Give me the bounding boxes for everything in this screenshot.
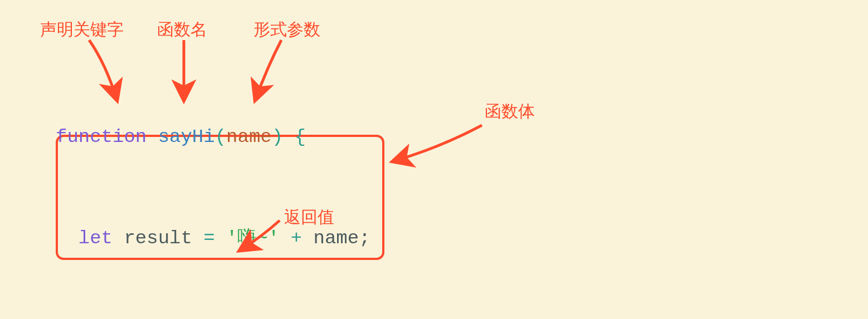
- op-assign: =: [203, 228, 214, 249]
- param-name: name: [226, 126, 272, 148]
- label-funcname: 函数名: [157, 18, 207, 41]
- paren-open: (: [215, 126, 226, 148]
- var-name: name: [314, 228, 359, 249]
- brace-open: {: [295, 126, 306, 148]
- label-keyword: 声明关键字: [40, 18, 124, 41]
- code-block: function sayHi(name) { let result = '嗨~'…: [56, 109, 370, 319]
- function-name: sayHi: [158, 126, 215, 148]
- var-result: result: [124, 228, 192, 249]
- string-literal: '嗨~': [226, 228, 279, 249]
- keyword-function: function: [56, 126, 147, 148]
- keyword-let: let: [79, 228, 113, 249]
- op-plus: +: [291, 228, 302, 249]
- paren-close: ): [272, 126, 283, 148]
- semi-1: ;: [359, 228, 370, 249]
- label-param: 形式参数: [253, 18, 320, 41]
- label-body: 函数体: [485, 100, 535, 123]
